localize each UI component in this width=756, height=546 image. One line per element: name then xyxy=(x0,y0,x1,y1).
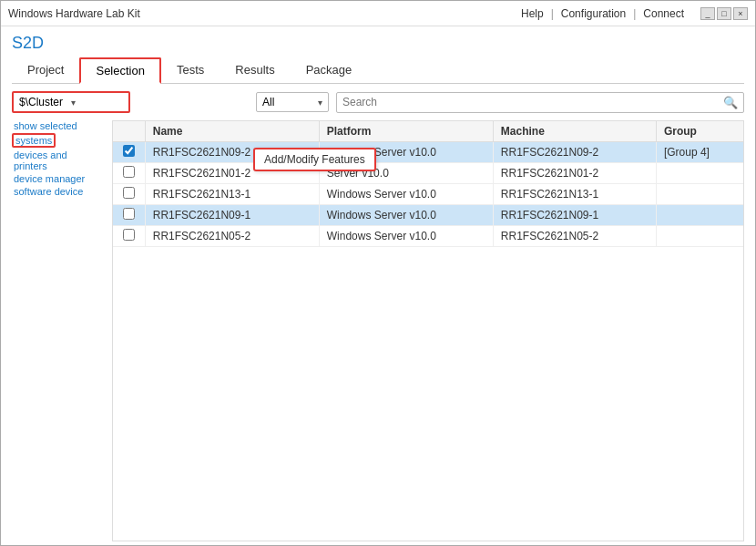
col-header-machine: Machine xyxy=(493,121,656,142)
table-row[interactable]: RR1FSC2621N09-1Windows Server v10.0RR1FS… xyxy=(113,205,743,226)
row-group: [Group 4] xyxy=(656,142,743,163)
row-checkbox-cell xyxy=(113,205,145,226)
table-row[interactable]: RR1FSC2621N05-2Windows Server v10.0RR1FS… xyxy=(113,226,743,247)
row-machine: RR1FSC2621N05-2 xyxy=(493,226,656,247)
col-header-group: Group xyxy=(656,121,743,142)
row-name: RR1FSC2621N05-2 xyxy=(145,226,319,247)
tab-selection[interactable]: Selection xyxy=(79,57,160,84)
table-row[interactable]: RR1FSC2621N01-2Server v10.0RR1FSC2621N01… xyxy=(113,163,743,184)
sidebar-show-selected[interactable]: show selected xyxy=(12,120,105,131)
search-input[interactable] xyxy=(342,96,723,108)
filter-dropdown-arrow: ▾ xyxy=(318,98,322,108)
cluster-dropdown-value: $\Cluster xyxy=(19,96,71,108)
sidebar-device-manager[interactable]: device manager xyxy=(12,173,105,184)
minimize-button[interactable]: _ xyxy=(700,7,715,20)
title-bar-nav: Help | Configuration | Connect _ □ × xyxy=(521,7,748,20)
configuration-link[interactable]: Configuration xyxy=(561,7,626,20)
help-link[interactable]: Help xyxy=(521,7,544,20)
row-checkbox[interactable] xyxy=(123,166,135,178)
sidebar-software-device[interactable]: software device xyxy=(12,186,105,197)
search-box[interactable]: 🔍 xyxy=(336,92,744,113)
col-header-checkbox xyxy=(113,121,145,142)
row-checkbox[interactable] xyxy=(123,145,135,157)
row-platform: Windows Server v10.0 xyxy=(319,226,493,247)
col-header-platform: Platform xyxy=(319,121,493,142)
separator-2: | xyxy=(633,7,636,20)
content-area: Add/Modify Features Name Platform Machin… xyxy=(112,120,744,541)
row-machine: RR1FSC2621N01-2 xyxy=(493,163,656,184)
table-row[interactable]: RR1FSC2621N13-1Windows Server v10.0RR1FS… xyxy=(113,184,743,205)
sidebar-devices-printers[interactable]: devices and printers xyxy=(12,149,105,171)
filter-dropdown[interactable]: All ▾ xyxy=(256,92,329,112)
row-machine: RR1FSC2621N13-1 xyxy=(493,184,656,205)
row-checkbox-cell xyxy=(113,184,145,205)
filter-dropdown-value: All xyxy=(262,96,274,108)
tab-tests[interactable]: Tests xyxy=(161,57,220,84)
cluster-dropdown[interactable]: $\Cluster ▾ xyxy=(12,91,130,113)
tab-project[interactable]: Project xyxy=(12,57,79,84)
col-header-name: Name xyxy=(145,121,319,142)
row-machine: RR1FSC2621N09-2 xyxy=(493,142,656,163)
row-platform: Windows Server v10.0 xyxy=(319,184,493,205)
row-group xyxy=(656,163,743,184)
app-section-title: S2D xyxy=(12,34,744,53)
row-checkbox-cell xyxy=(113,142,145,163)
row-checkbox-cell xyxy=(113,226,145,247)
main-area: show selected systems devices and printe… xyxy=(12,120,744,541)
search-icon: 🔍 xyxy=(723,96,738,109)
add-modify-features-button[interactable]: Add/Modify Features xyxy=(253,148,376,171)
table-container: Name Platform Machine Group RR1FSC2621N0… xyxy=(112,120,744,541)
table-body: RR1FSC2621N09-2Windows Server v10.0RR1FS… xyxy=(113,142,743,247)
tab-results[interactable]: Results xyxy=(220,57,290,84)
row-checkbox-cell xyxy=(113,163,145,184)
row-name: RR1FSC2621N13-1 xyxy=(145,184,319,205)
main-window: Windows Hardware Lab Kit Help | Configur… xyxy=(0,0,756,546)
tab-package[interactable]: Package xyxy=(291,57,368,84)
maximize-button[interactable]: □ xyxy=(717,7,731,20)
row-name: RR1FSC2621N09-1 xyxy=(145,205,319,226)
row-machine: RR1FSC2621N09-1 xyxy=(493,205,656,226)
window-controls: _ □ × xyxy=(700,7,748,20)
toolbar: $\Cluster ▾ All ▾ 🔍 xyxy=(12,91,744,113)
row-checkbox[interactable] xyxy=(123,229,135,241)
row-group xyxy=(656,205,743,226)
table-row[interactable]: RR1FSC2621N09-2Windows Server v10.0RR1FS… xyxy=(113,142,743,163)
app-content: S2D Project Selection Tests Results Pack… xyxy=(1,26,755,545)
row-group xyxy=(656,184,743,205)
row-group xyxy=(656,226,743,247)
connect-link[interactable]: Connect xyxy=(643,7,684,20)
tab-bar: Project Selection Tests Results Package xyxy=(12,57,744,84)
row-platform: Windows Server v10.0 xyxy=(319,205,493,226)
separator-1: | xyxy=(551,7,554,20)
sidebar: show selected systems devices and printe… xyxy=(12,120,112,541)
title-bar: Windows Hardware Lab Kit Help | Configur… xyxy=(1,1,755,26)
close-button[interactable]: × xyxy=(733,7,748,20)
cluster-dropdown-arrow: ▾ xyxy=(71,98,123,108)
app-title-bar: Windows Hardware Lab Kit xyxy=(8,7,140,20)
devices-table: Name Platform Machine Group RR1FSC2621N0… xyxy=(113,121,743,247)
row-checkbox[interactable] xyxy=(123,208,135,220)
row-checkbox[interactable] xyxy=(123,187,135,199)
table-header-row: Name Platform Machine Group xyxy=(113,121,743,142)
sidebar-systems[interactable]: systems xyxy=(12,133,56,148)
